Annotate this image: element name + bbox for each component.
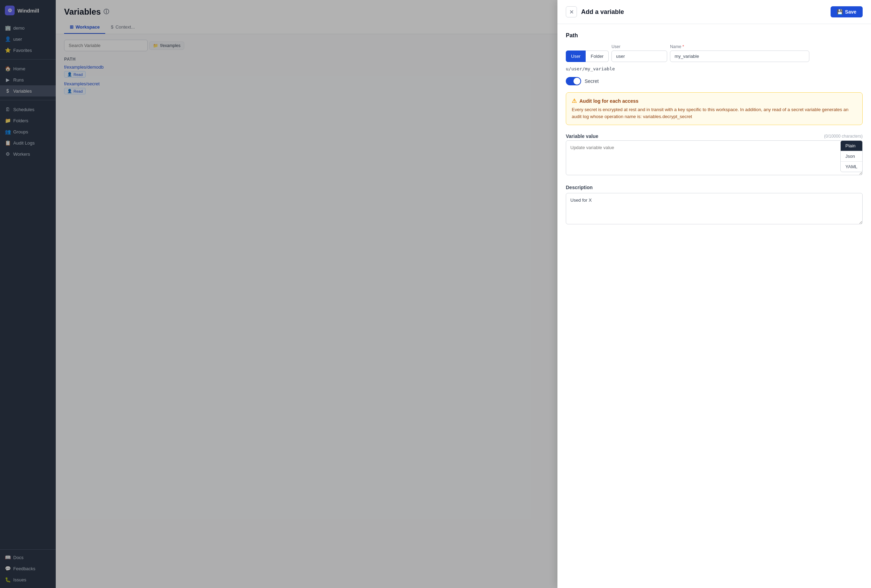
format-yaml[interactable]: YAML <box>841 162 862 172</box>
var-value-textarea[interactable] <box>566 141 863 175</box>
toggle-track[interactable] <box>566 77 581 85</box>
audit-alert: ⚠ Audit log for each access Every secret… <box>566 92 863 125</box>
name-field-input[interactable] <box>670 51 809 62</box>
modal-panel: ✕ Add a variable 💾 Save Path User Folder… <box>557 0 871 588</box>
name-field-label: Name * <box>670 44 809 49</box>
var-value-label: Variable value <box>566 133 598 139</box>
toggle-thumb <box>573 78 581 85</box>
path-type-user-btn[interactable]: User <box>566 51 586 62</box>
path-row: User Folder User Name * <box>566 44 863 62</box>
description-section: Description Used for X <box>566 185 863 225</box>
save-label: Save <box>845 9 856 15</box>
path-preview: u/user/my_variable <box>566 66 863 72</box>
user-field-group: User <box>611 44 667 62</box>
variable-value-section: Variable value (0/10000 characters) Plai… <box>566 133 863 176</box>
path-form-title: Path <box>566 32 863 39</box>
modal-close-button[interactable]: ✕ <box>566 6 577 17</box>
path-type-folder-btn[interactable]: Folder <box>586 51 609 62</box>
secret-toggle[interactable] <box>566 77 581 85</box>
var-value-header: Variable value (0/10000 characters) <box>566 133 863 139</box>
path-type-group: User Folder <box>566 51 609 62</box>
var-value-count: (0/10000 characters) <box>824 134 863 139</box>
modal-header: ✕ Add a variable 💾 Save <box>557 0 871 24</box>
modal-body: Path User Folder User Name * <box>557 24 871 588</box>
modal-title: Add a variable <box>581 8 624 16</box>
save-button[interactable]: 💾 Save <box>831 6 863 17</box>
user-field-label: User <box>611 44 667 49</box>
description-label: Description <box>566 185 863 190</box>
description-textarea[interactable]: Used for X <box>566 193 863 224</box>
overlay-spacer[interactable] <box>0 0 557 588</box>
modal-overlay: ✕ Add a variable 💾 Save Path User Folder… <box>0 0 871 588</box>
required-indicator: * <box>682 44 684 49</box>
save-icon: 💾 <box>837 9 843 15</box>
warning-icon: ⚠ <box>572 97 576 104</box>
user-field-input[interactable] <box>611 51 667 62</box>
format-plain[interactable]: Plain <box>841 141 862 151</box>
close-icon: ✕ <box>569 9 574 15</box>
format-json[interactable]: Json <box>841 151 862 162</box>
alert-text: Every secret is encrypted at rest and in… <box>572 106 857 120</box>
alert-header: ⚠ Audit log for each access <box>572 97 857 104</box>
secret-label: Secret <box>585 78 599 84</box>
name-field-group: Name * <box>670 44 809 62</box>
var-value-wrapper: Plain Json YAML <box>566 141 863 176</box>
format-menu: Plain Json YAML <box>840 141 863 172</box>
secret-toggle-row: Secret <box>566 77 863 85</box>
alert-title: Audit log for each access <box>579 98 639 104</box>
